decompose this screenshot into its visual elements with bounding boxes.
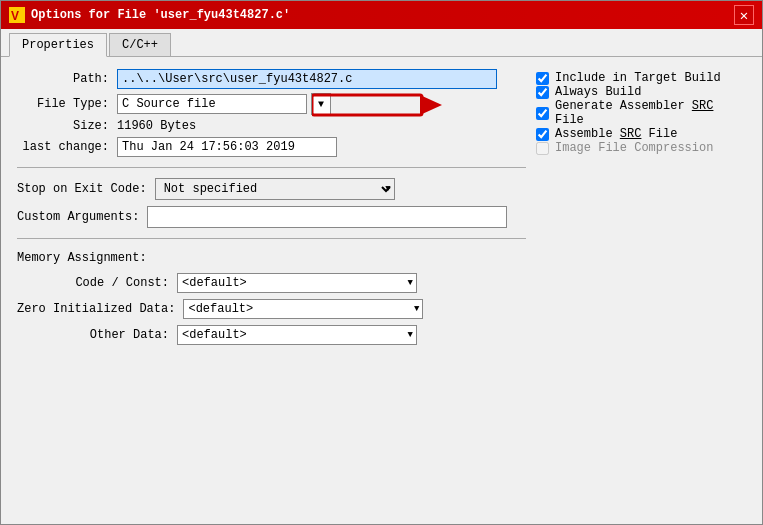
checkbox-always-build: Always Build: [536, 85, 746, 99]
main-layout: Path: File Type: ▼: [17, 69, 746, 351]
divider-1: [17, 167, 526, 168]
size-label: Size:: [17, 119, 117, 133]
checkbox-assemble-src-input[interactable]: [536, 128, 549, 141]
lastchange-row: last change:: [17, 137, 526, 157]
size-row: Size: 11960 Bytes: [17, 119, 526, 133]
tabs-bar: Properties C/C++: [1, 29, 762, 57]
memory-other-label: Other Data:: [17, 328, 177, 342]
memory-code-label: Code / Const:: [17, 276, 177, 290]
svg-text:V: V: [11, 9, 19, 23]
title-bar: V Options for File 'user_fyu43t4827.c' ✕: [1, 1, 762, 29]
memory-other-row: Other Data: <default> ROM1 ROM2 RAM1 RAM…: [17, 325, 526, 345]
memory-zero-row: Zero Initialized Data: <default> ROM1 RO…: [17, 299, 526, 319]
checkbox-image-compression-label: Image File Compression: [555, 141, 713, 155]
path-row: Path:: [17, 69, 526, 89]
custom-args-input[interactable]: [147, 206, 507, 228]
tab-properties[interactable]: Properties: [9, 33, 107, 57]
checkbox-include-target-label: Include in Target Build: [555, 71, 721, 85]
custom-args-row: Custom Arguments:: [17, 206, 526, 228]
lastchange-label: last change:: [17, 140, 117, 154]
memory-zero-select-wrapper: <default> ROM1 ROM2 RAM1 RAM2: [183, 299, 423, 319]
divider-2: [17, 238, 526, 239]
content-area: Path: File Type: ▼: [1, 57, 762, 524]
custom-args-label: Custom Arguments:: [17, 210, 147, 224]
checkbox-generate-asm: Generate Assembler SRC File: [536, 99, 746, 127]
checkbox-include-target-input[interactable]: [536, 72, 549, 85]
exit-code-row: Stop on Exit Code: Not specified 0 1 2: [17, 178, 526, 200]
checkbox-generate-asm-label: Generate Assembler SRC File: [555, 99, 746, 127]
path-label: Path:: [17, 72, 117, 86]
svg-marker-3: [420, 95, 442, 115]
memory-code-select-wrapper: <default> ROM1 ROM2 RAM1 RAM2: [177, 273, 417, 293]
memory-section: Memory Assignment: Code / Const: <defaul…: [17, 251, 526, 345]
checkbox-always-build-label: Always Build: [555, 85, 641, 99]
lastchange-input[interactable]: [117, 137, 337, 157]
red-arrow-annotation: [312, 91, 442, 119]
path-input[interactable]: [117, 69, 497, 89]
right-section: Include in Target Build Always Build Gen…: [526, 69, 746, 351]
memory-code-row: Code / Const: <default> ROM1 ROM2 RAM1 R…: [17, 273, 526, 293]
left-section: Path: File Type: ▼: [17, 69, 526, 351]
memory-title: Memory Assignment:: [17, 251, 526, 265]
tab-cpp[interactable]: C/C++: [109, 33, 171, 56]
checkbox-image-compression-input: [536, 142, 549, 155]
memory-zero-select[interactable]: <default> ROM1 ROM2 RAM1 RAM2: [183, 299, 423, 319]
memory-other-select-wrapper: <default> ROM1 ROM2 RAM1 RAM2: [177, 325, 417, 345]
main-window: V Options for File 'user_fyu43t4827.c' ✕…: [0, 0, 763, 525]
memory-code-select[interactable]: <default> ROM1 ROM2 RAM1 RAM2: [177, 273, 417, 293]
exit-code-select[interactable]: Not specified 0 1 2: [155, 178, 395, 200]
exit-code-label: Stop on Exit Code:: [17, 182, 155, 196]
checkbox-assemble-src: Assemble SRC File: [536, 127, 746, 141]
filetype-row: File Type: ▼: [17, 93, 526, 115]
exit-code-select-wrapper: Not specified 0 1 2: [155, 178, 395, 200]
window-title: Options for File 'user_fyu43t4827.c': [31, 8, 290, 22]
checkbox-generate-asm-input[interactable]: [536, 107, 549, 120]
filetype-input[interactable]: [117, 94, 307, 114]
size-value: 11960 Bytes: [117, 119, 196, 133]
close-button[interactable]: ✕: [734, 5, 754, 25]
checkbox-always-build-input[interactable]: [536, 86, 549, 99]
title-bar-left: V Options for File 'user_fyu43t4827.c': [9, 7, 290, 23]
filetype-label: File Type:: [17, 97, 117, 111]
memory-zero-label: Zero Initialized Data:: [17, 302, 183, 316]
checkbox-image-compression: Image File Compression: [536, 141, 746, 155]
filetype-input-group: ▼: [117, 93, 331, 115]
checkbox-assemble-src-label: Assemble SRC File: [555, 127, 677, 141]
memory-other-select[interactable]: <default> ROM1 ROM2 RAM1 RAM2: [177, 325, 417, 345]
filetype-dropdown-arrow[interactable]: ▼: [311, 93, 331, 115]
checkbox-include-target: Include in Target Build: [536, 71, 746, 85]
app-icon: V: [9, 7, 25, 23]
